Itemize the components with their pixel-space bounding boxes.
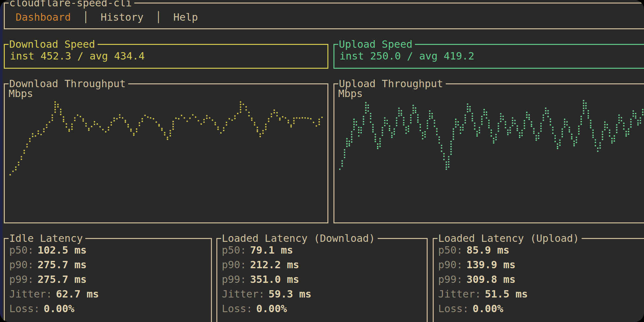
- stat-row-p99: p99:275.7 ms: [9, 272, 208, 287]
- stat-row-loss: Loss:0.00%: [9, 301, 208, 316]
- download-speed-box: Download Speed inst 452.3 / avg 434.4: [4, 44, 328, 69]
- stat-row-jitter: Jitter:62.7 ms: [9, 287, 208, 301]
- stat-value: 102.5 ms: [38, 244, 87, 256]
- download-throughput-box: Download Throughput Mbps: [4, 83, 328, 223]
- loaded-latency-upload-stats: p50:85.9 ms p90:139.9 ms p99:309.8 ms Ji…: [438, 243, 644, 316]
- stat-row-jitter: Jitter:59.3 ms: [222, 287, 424, 301]
- stat-label: p99:: [438, 273, 463, 285]
- stat-value: 212.2 ms: [250, 259, 299, 271]
- stat-row-p99: p99:309.8 ms: [438, 272, 644, 287]
- stat-value: 351.0 ms: [250, 273, 299, 285]
- app-title-box: cloudflare-speed-cli Dashboard │ History…: [4, 3, 644, 29]
- stat-value: 309.8 ms: [466, 273, 515, 285]
- terminal-background: cloudflare-speed-cli Dashboard │ History…: [3, 0, 644, 322]
- tab-separator: │: [155, 10, 161, 24]
- loaded-latency-download-stats: p50:79.1 ms p90:212.2 ms p99:351.0 ms Ji…: [222, 243, 424, 316]
- app-title: cloudflare-speed-cli: [9, 0, 134, 10]
- stat-value: 0.00%: [256, 303, 287, 315]
- terminal-screen: cloudflare-speed-cli Dashboard │ History…: [0, 0, 644, 322]
- stat-label: p50:: [222, 244, 246, 256]
- stat-label: p90:: [9, 259, 34, 271]
- stat-label: p99:: [9, 273, 34, 285]
- idle-latency-stats: p50:102.5 ms p90:275.7 ms p99:275.7 ms J…: [9, 243, 208, 316]
- stat-value: 79.1 ms: [250, 244, 293, 256]
- stat-value: 59.3 ms: [269, 288, 312, 300]
- stat-value: 139.9 ms: [466, 259, 515, 271]
- tab-dashboard[interactable]: Dashboard: [16, 10, 71, 24]
- stat-row-loss: Loss:0.00%: [438, 301, 644, 316]
- stat-row-jitter: Jitter:51.5 ms: [438, 287, 644, 301]
- stat-value: 51.5 ms: [485, 288, 528, 300]
- tab-history[interactable]: History: [101, 10, 144, 24]
- stat-label: p50:: [9, 244, 34, 256]
- stat-row-p50: p50:102.5 ms: [9, 243, 208, 257]
- stat-label: Jitter:: [222, 288, 265, 300]
- stat-value: 62.7 ms: [56, 288, 99, 300]
- stat-row-p50: p50:79.1 ms: [222, 243, 424, 257]
- tab-separator: │: [83, 10, 89, 24]
- stat-label: Jitter:: [9, 288, 52, 300]
- download-throughput-chart: [9, 99, 323, 179]
- stat-label: p50:: [438, 244, 463, 256]
- upload-throughput-box: Upload Throughput Mbps: [333, 83, 644, 223]
- stat-row-loss: Loss:0.00%: [222, 301, 424, 316]
- stat-label: Jitter:: [438, 288, 481, 300]
- stat-value: 275.7 ms: [38, 273, 87, 285]
- stat-value: 275.7 ms: [38, 259, 87, 271]
- tab-bar: Dashboard │ History │ Help: [16, 10, 198, 24]
- upload-throughput-chart: [339, 99, 644, 179]
- download-speed-value: inst 452.3 / avg 434.4: [10, 49, 145, 63]
- stat-row-p99: p99:351.0 ms: [222, 272, 424, 287]
- stat-label: Loss:: [222, 303, 252, 315]
- stat-value: 85.9 ms: [466, 244, 509, 256]
- stat-row-p90: p90:275.7 ms: [9, 257, 208, 272]
- idle-latency-box: Idle Latency p50:102.5 ms p90:275.7 ms p…: [4, 238, 212, 322]
- stat-value: 0.00%: [44, 303, 74, 315]
- stat-row-p90: p90:139.9 ms: [438, 257, 644, 272]
- stat-label: Loss:: [9, 303, 40, 315]
- stat-label: p99:: [222, 273, 246, 285]
- loaded-latency-download-box: Loaded Latency (Download) p50:79.1 ms p9…: [216, 238, 428, 322]
- upload-speed-box: Upload Speed inst 250.0 / avg 419.2: [333, 44, 644, 69]
- stat-value: 0.00%: [472, 303, 503, 315]
- upload-speed-value: inst 250.0 / avg 419.2: [340, 49, 474, 63]
- stat-label: p90:: [438, 259, 463, 271]
- stat-label: p90:: [222, 259, 246, 271]
- stat-row-p50: p50:85.9 ms: [438, 243, 644, 257]
- stat-row-p90: p90:212.2 ms: [222, 257, 424, 272]
- loaded-latency-upload-box: Loaded Latency (Upload) p50:85.9 ms p90:…: [433, 238, 644, 322]
- tab-help[interactable]: Help: [173, 10, 198, 24]
- stat-label: Loss:: [438, 303, 469, 315]
